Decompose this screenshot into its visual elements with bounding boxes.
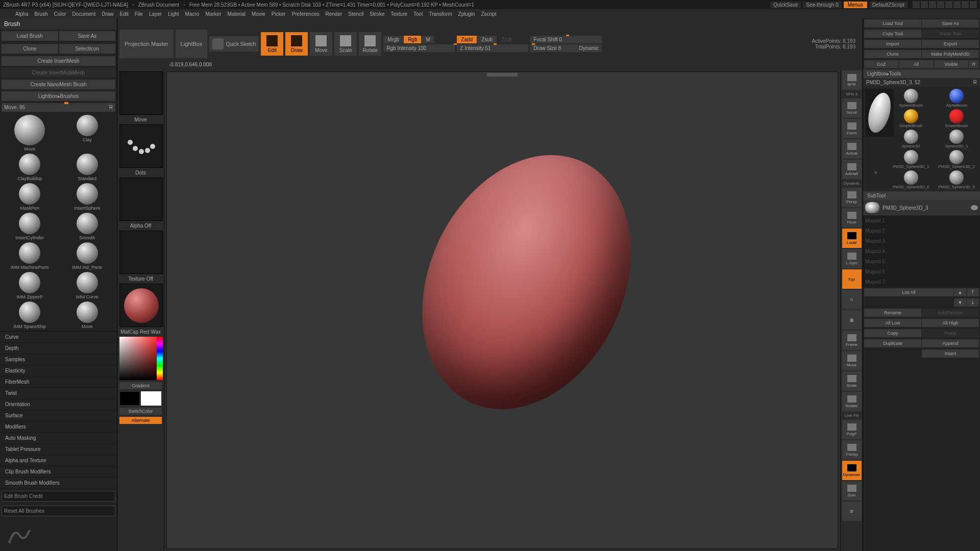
menu-zscript[interactable]: Zscript — [478, 11, 499, 17]
brush-thumb-move2[interactable] — [77, 302, 98, 323]
tool-name-field[interactable]: PM3D_Sphere3D_3. 52R — [863, 78, 980, 87]
menu-file[interactable]: File — [132, 11, 146, 17]
section-samples[interactable]: Samples — [0, 354, 117, 365]
quicksave-button[interactable]: QuickSave — [770, 2, 801, 8]
win-btn-5[interactable] — [945, 1, 952, 8]
actual-button[interactable]: Actual — [842, 139, 862, 159]
spix-label[interactable]: SPix 3 — [845, 91, 859, 97]
autoreorder-button[interactable]: AutoReorder — [922, 309, 979, 317]
rgb-intensity-slider[interactable]: Rgb Intensity 100 — [383, 44, 455, 52]
section-fibermesh[interactable]: FiberMesh — [0, 377, 117, 388]
frame-button[interactable]: Frame — [842, 331, 862, 350]
transp-button[interactable]: Transp — [842, 440, 862, 460]
subtool-row[interactable]: Mupod 3 — [863, 236, 980, 246]
reset-brushes-input[interactable]: Reset All Brushes — [2, 506, 115, 516]
clone-tool-button[interactable]: Clone — [864, 50, 921, 58]
primary-color-swatch[interactable] — [141, 391, 161, 406]
seethrough-slider[interactable]: See-through 0 — [803, 2, 841, 8]
allhigh-button[interactable]: All High — [922, 319, 979, 327]
brush-thumb-imm-machine[interactable] — [19, 242, 40, 264]
menu-preferences[interactable]: Preferences — [289, 11, 323, 17]
section-modifiers[interactable]: Modifiers — [0, 421, 117, 433]
menu-color[interactable]: Color — [51, 11, 69, 17]
menu-stencil[interactable]: Stencil — [345, 11, 366, 17]
scale-mode-button[interactable]: Scale — [334, 32, 357, 56]
rgb-button[interactable]: Rgb — [404, 36, 421, 43]
menu-movie[interactable]: Movie — [249, 11, 268, 17]
section-elasticity[interactable]: Elasticity — [0, 365, 117, 377]
subtool-row[interactable]: Mupod 5 — [863, 257, 980, 267]
all-button[interactable]: All — [899, 60, 933, 68]
tool-thumb-alphabrush[interactable] — [949, 89, 964, 103]
draw-mode-button[interactable]: Draw — [285, 32, 308, 56]
z-intensity-slider[interactable]: Z Intensity 51 — [457, 44, 528, 52]
brush-thumb-imm-zipper[interactable] — [19, 272, 40, 293]
bpr-button[interactable]: BPR — [842, 70, 862, 90]
move-up-icon[interactable]: ▲ — [954, 288, 966, 296]
secondary-color-swatch[interactable] — [119, 391, 140, 406]
win-btn-4[interactable] — [937, 1, 944, 8]
section-curve[interactable]: Curve — [0, 332, 117, 343]
copy-tool-button[interactable]: Copy Tool — [864, 30, 921, 38]
solo-button[interactable]: Solo — [842, 481, 862, 500]
menu-alpha[interactable]: Alpha — [12, 11, 32, 17]
xyz-button[interactable]: Xyz — [842, 269, 862, 289]
menu-material[interactable]: Material — [225, 11, 249, 17]
menu-transform[interactable]: Transform — [426, 11, 455, 17]
section-smoothbrush[interactable]: Smooth Brush Modifiers — [0, 478, 117, 489]
draw-size-slider[interactable]: Draw Size 8Dynamic — [530, 44, 602, 52]
menu-brush[interactable]: Brush — [32, 11, 51, 17]
dynamax-button[interactable]: Dynamax — [842, 461, 862, 480]
win-btn-2[interactable] — [921, 1, 928, 8]
tool-thumb-pm1[interactable] — [904, 150, 918, 164]
selecticon-button[interactable]: SelectIcon — [59, 44, 116, 54]
menu-edit[interactable]: Edit — [117, 11, 132, 17]
r-flag-button[interactable]: R — [969, 60, 979, 68]
switchcolor-button[interactable]: SwitchColor — [119, 408, 162, 415]
move-top-icon[interactable]: ⤒ — [967, 288, 979, 296]
duplicate-button[interactable]: Duplicate — [864, 339, 921, 347]
insert-button[interactable]: Insert — [922, 349, 979, 358]
subtool-header[interactable]: SubTool — [863, 191, 980, 200]
make-polymesh-button[interactable]: Make PolyMesh3D — [922, 50, 979, 58]
tool-thumb-pm6[interactable] — [904, 170, 918, 185]
zoom-button[interactable]: Zoom — [842, 119, 862, 138]
section-tabletpressure[interactable]: Tablet Pressure — [0, 444, 117, 455]
subtool-row[interactable]: PM3D_Sphere3D_3 — [863, 200, 980, 216]
tool-thumb-spherebrush[interactable] — [904, 89, 918, 103]
zsub-button[interactable]: Zsub — [477, 36, 497, 43]
menu-light[interactable]: Light — [165, 11, 182, 17]
3d-viewport[interactable]: -0.819,0.646,0.008 — [166, 71, 838, 549]
save-tool-button[interactable]: Save As — [922, 19, 979, 28]
zadd-button[interactable]: Zadd — [457, 36, 477, 43]
gradient-button[interactable]: Gradient — [119, 382, 162, 389]
alternate-button[interactable]: Alternate — [119, 417, 162, 424]
nav-scale-button[interactable]: Scale — [842, 371, 862, 391]
menu-stroke[interactable]: Stroke — [366, 11, 387, 17]
color-picker[interactable] — [119, 337, 163, 380]
lsym-button[interactable]: L.Sym — [842, 249, 862, 268]
move-size-slider[interactable]: Move. 95R — [2, 103, 115, 112]
brush-thumb-move[interactable] — [14, 115, 45, 145]
subtool-row[interactable]: Mupod 7 — [863, 277, 980, 287]
m-button[interactable]: M — [422, 36, 434, 43]
pin-icon[interactable] — [2, 10, 9, 17]
grid-button[interactable]: ▦ — [842, 310, 862, 330]
visibility-eye-icon[interactable] — [971, 205, 978, 210]
clone-brush-button[interactable]: Clone — [2, 44, 58, 54]
tool-thumb-eraserbrush[interactable] — [949, 109, 964, 123]
menu-tool[interactable]: Tool — [410, 11, 426, 17]
win-btn-1[interactable] — [913, 1, 920, 8]
persp-button[interactable]: Persp — [842, 188, 862, 207]
menu-marker[interactable]: Marker — [202, 11, 224, 17]
goz-button[interactable]: GoZ — [864, 60, 898, 68]
win-btn-7[interactable] — [962, 1, 969, 8]
defaultzscript-button[interactable]: DefaultZScript — [869, 2, 908, 8]
copy-subtool-button[interactable]: Copy — [864, 329, 921, 337]
lightbox-brushes-button[interactable]: Lightbox▸Brushes — [2, 91, 115, 101]
save-brush-button[interactable]: Save As — [59, 31, 116, 41]
floor-button[interactable]: Floor — [842, 208, 862, 228]
section-alphatexture[interactable]: Alpha and Texture — [0, 455, 117, 466]
menu-draw[interactable]: Draw — [99, 11, 116, 17]
section-depth[interactable]: Depth — [0, 343, 117, 354]
